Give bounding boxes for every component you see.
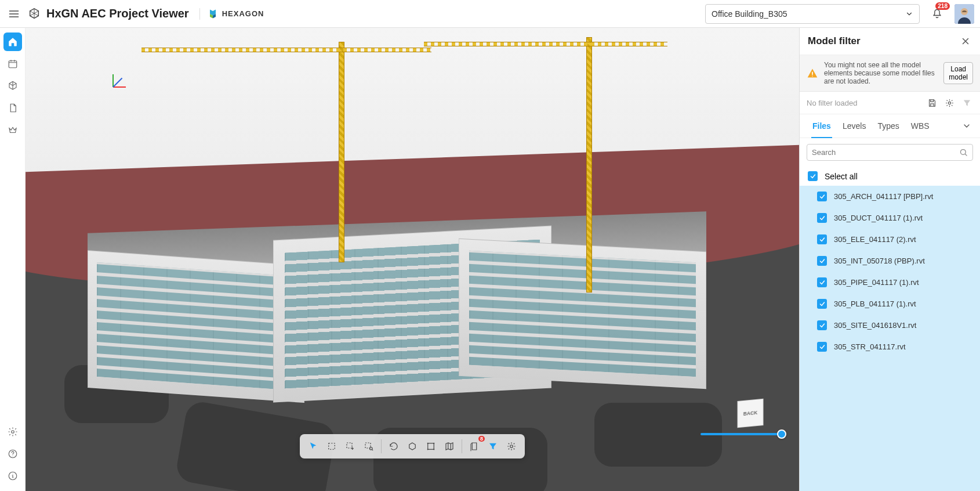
check-icon: [810, 173, 816, 180]
sidebar-model[interactable]: [3, 77, 22, 95]
select-all-checkbox[interactable]: [808, 171, 818, 181]
svg-point-12: [433, 443, 434, 444]
tool-filter[interactable]: [484, 438, 502, 455]
sidebar-home[interactable]: [3, 33, 22, 51]
file-name: 305_INT_050718 (PBP).rvt: [834, 257, 925, 265]
load-model-button[interactable]: Loadmodel: [943, 62, 973, 85]
check-icon: [819, 344, 826, 351]
menu-toggle-button[interactable]: [6, 6, 22, 22]
gear-icon: [506, 441, 517, 452]
home-icon: [8, 37, 18, 47]
sidebar-settings[interactable]: [3, 423, 22, 441]
tool-clipping[interactable]: 8: [466, 438, 483, 455]
check-icon: [819, 301, 826, 308]
warning-text: You might not see all the model elements…: [824, 61, 938, 85]
filter-status-text: No filter loaded: [807, 99, 921, 107]
file-item[interactable]: 305_INT_050718 (PBP).rvt: [800, 250, 980, 272]
file-item[interactable]: 305_ELE_041117 (2).rvt: [800, 229, 980, 250]
svg-point-3: [11, 431, 14, 434]
chevron-down-icon: [905, 10, 913, 18]
file-name: 305_DUCT_041117 (1).rvt: [834, 214, 923, 222]
tool-isolate[interactable]: [404, 438, 421, 455]
file-item[interactable]: 305_ARCH_041117 [PBP].rvt: [800, 186, 980, 207]
file-checkbox[interactable]: [817, 320, 827, 330]
clear-filter-button[interactable]: [960, 96, 973, 109]
file-checkbox[interactable]: [817, 277, 827, 287]
search-box[interactable]: [807, 144, 973, 161]
sidebar-crown[interactable]: [3, 121, 22, 139]
brand-block: HEXAGON: [199, 8, 264, 20]
project-select-dropdown[interactable]: Office Building_B305: [705, 4, 920, 24]
tool-select[interactable]: [304, 438, 322, 455]
file-checkbox[interactable]: [817, 342, 827, 352]
3d-viewport[interactable]: BACK 8: [26, 28, 799, 491]
tool-box-select-plus[interactable]: [342, 438, 359, 455]
filter-settings-button[interactable]: [943, 96, 956, 109]
search-input[interactable]: [812, 148, 956, 157]
close-panel-button[interactable]: [959, 35, 972, 48]
panel-title: Model filter: [808, 35, 861, 47]
top-bar: HxGN AEC Project Viewer HEXAGON Office B…: [0, 0, 980, 28]
svg-rect-6: [329, 443, 335, 450]
app-title: HxGN AEC Project Viewer: [46, 7, 189, 20]
svg-point-13: [427, 449, 429, 450]
tab-files[interactable]: Files: [807, 114, 837, 138]
refresh-icon: [389, 441, 399, 452]
tool-refresh[interactable]: [385, 438, 402, 455]
file-checkbox[interactable]: [817, 213, 827, 223]
user-avatar[interactable]: [954, 4, 974, 24]
file-item[interactable]: 305_PLB_041117 (1).rvt: [800, 293, 980, 315]
file-item[interactable]: 305_SITE_041618V1.rvt: [800, 315, 980, 336]
slider-thumb[interactable]: [777, 429, 786, 439]
file-checkbox[interactable]: [817, 192, 827, 201]
notifications-button[interactable]: 218: [929, 6, 945, 22]
check-icon: [819, 236, 826, 243]
file-checkbox[interactable]: [817, 256, 827, 266]
file-item[interactable]: 305_PIPE_041117 (1).rvt: [800, 272, 980, 293]
tool-box-select[interactable]: [323, 438, 340, 455]
file-item[interactable]: 305_DUCT_041117 (1).rvt: [800, 207, 980, 229]
opacity-slider[interactable]: [700, 433, 782, 435]
svg-point-15: [510, 445, 513, 448]
file-name: 305_SITE_041618V1.rvt: [834, 321, 916, 330]
viewport-toolbar: 8: [300, 434, 525, 458]
save-filter-button[interactable]: [925, 96, 938, 109]
selection-box-icon: [326, 441, 337, 452]
sidebar-documents[interactable]: [3, 99, 22, 117]
file-name: 305_PLB_041117 (1).rvt: [834, 299, 916, 308]
file-checkbox[interactable]: [817, 299, 827, 309]
tab-levels[interactable]: Levels: [837, 114, 872, 138]
sidebar-help[interactable]: [3, 445, 22, 463]
svg-rect-10: [428, 443, 434, 450]
cube-isolate-icon: [407, 441, 418, 452]
sidebar-schedule[interactable]: [3, 55, 22, 73]
info-icon: [8, 471, 18, 481]
bell-icon: [931, 8, 943, 20]
file-checkbox[interactable]: [817, 234, 827, 244]
tool-settings[interactable]: [503, 438, 520, 455]
sidebar-info[interactable]: [3, 467, 22, 485]
svg-rect-7: [347, 443, 352, 448]
selection-box-plus-icon: [345, 441, 355, 452]
help-icon: [8, 449, 18, 459]
tool-zoom-window[interactable]: [360, 438, 378, 455]
file-name: 305_ARCH_041117 [PBP].rvt: [834, 192, 933, 201]
tab-wbs[interactable]: WBS: [905, 114, 935, 138]
zoom-window-icon: [364, 441, 374, 452]
hamburger-icon: [8, 8, 20, 20]
tool-section[interactable]: [422, 438, 440, 455]
collapse-tabs-button[interactable]: [960, 120, 973, 132]
view-cube[interactable]: BACK: [737, 399, 763, 428]
tab-types[interactable]: Types: [872, 114, 905, 138]
hexagon-logo-icon: [207, 8, 219, 20]
funnel-icon: [488, 441, 498, 452]
tool-map[interactable]: [441, 438, 458, 455]
close-icon: [960, 36, 971, 46]
svg-point-16: [948, 102, 950, 104]
file-item[interactable]: 305_STR_041117.rvt: [800, 336, 980, 358]
select-all-row[interactable]: Select all: [800, 167, 980, 186]
clipping-icon: [469, 441, 480, 452]
building-model: [88, 157, 706, 407]
check-icon: [819, 279, 826, 286]
file-name: 305_PIPE_041117 (1).rvt: [834, 278, 919, 287]
